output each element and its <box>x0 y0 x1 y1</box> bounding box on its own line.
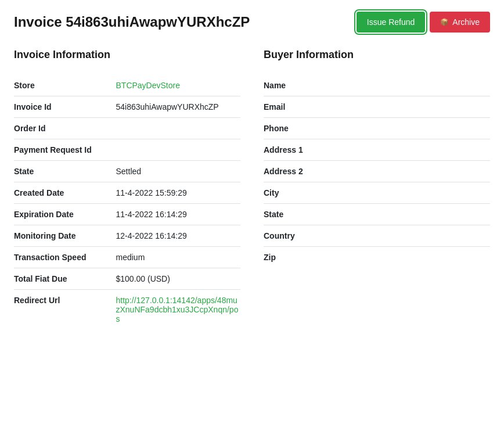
invoice-row-label: State <box>14 161 116 182</box>
buyer-row-value <box>366 225 491 247</box>
invoice-row-value: Settled <box>116 161 241 182</box>
buyer-row-value <box>366 139 491 161</box>
table-row: Zip <box>264 247 490 268</box>
invoice-row-label: Total Fiat Due <box>14 268 116 290</box>
table-row: Address 2 <box>264 161 490 182</box>
invoice-row-value <box>116 118 241 139</box>
table-row: Order Id <box>14 118 240 139</box>
table-row: Total Fiat Due$100.00 (USD) <box>14 268 240 290</box>
invoice-row-value: medium <box>116 247 241 268</box>
table-row: Redirect Urlhttp://127.0.0.1:14142/apps/… <box>14 290 240 330</box>
buyer-info-table: NameEmailPhoneAddress 1Address 2CityStat… <box>264 75 490 268</box>
invoice-row-value: 11-4-2022 15:59:29 <box>116 182 241 204</box>
invoice-row-label: Payment Request Id <box>14 139 116 161</box>
buyer-row-value <box>366 161 491 182</box>
table-row: State <box>264 204 490 225</box>
invoice-row-value: 12-4-2022 16:14:29 <box>116 225 241 247</box>
buyer-info-section: Buyer Information NameEmailPhoneAddress … <box>264 49 490 329</box>
invoice-row-label: Store <box>14 75 116 96</box>
invoice-row-label: Order Id <box>14 118 116 139</box>
table-row: Name <box>264 75 490 96</box>
buyer-info-title: Buyer Information <box>264 49 490 66</box>
buyer-row-value <box>366 96 491 118</box>
buyer-row-label: Phone <box>264 118 366 139</box>
buyer-row-label: Address 2 <box>264 161 366 182</box>
table-row: StateSettled <box>14 161 240 182</box>
buyer-row-value <box>366 204 491 225</box>
buyer-row-label: State <box>264 204 366 225</box>
content-grid: Invoice Information StoreBTCPayDevStoreI… <box>14 49 490 329</box>
buyer-row-value <box>366 75 491 96</box>
invoice-row-value: $100.00 (USD) <box>116 268 241 290</box>
table-row: Created Date11-4-2022 15:59:29 <box>14 182 240 204</box>
table-row: StoreBTCPayDevStore <box>14 75 240 96</box>
invoice-row-value: 54i863uhiAwapwYURXhcZP <box>116 96 241 118</box>
store-link[interactable]: BTCPayDevStore <box>116 81 180 90</box>
invoice-row-label: Created Date <box>14 182 116 204</box>
buyer-row-label: Address 1 <box>264 139 366 161</box>
archive-icon: 📦 <box>440 18 449 26</box>
buyer-row-value <box>366 182 491 204</box>
table-row: Address 1 <box>264 139 490 161</box>
header-buttons: Issue Refund 📦 Archive <box>357 12 490 33</box>
invoice-row-value: 11-4-2022 16:14:29 <box>116 204 241 225</box>
buyer-row-value <box>366 247 491 268</box>
invoice-info-section: Invoice Information StoreBTCPayDevStoreI… <box>14 49 240 329</box>
invoice-row-value: http://127.0.0.1:14142/apps/48muzXnuNFa9… <box>116 290 241 330</box>
invoice-row-label: Monitoring Date <box>14 225 116 247</box>
buyer-row-label: Name <box>264 75 366 96</box>
invoice-row-label: Expiration Date <box>14 204 116 225</box>
buyer-row-value <box>366 118 491 139</box>
table-row: Email <box>264 96 490 118</box>
invoice-row-value <box>116 139 241 161</box>
table-row: Payment Request Id <box>14 139 240 161</box>
archive-button[interactable]: 📦 Archive <box>430 12 490 33</box>
table-row: Transaction Speedmedium <box>14 247 240 268</box>
redirect-url-link[interactable]: http://127.0.0.1:14142/apps/48muzXnuNFa9… <box>116 296 239 323</box>
invoice-info-table: StoreBTCPayDevStoreInvoice Id54i863uhiAw… <box>14 75 240 329</box>
table-row: City <box>264 182 490 204</box>
table-row: Phone <box>264 118 490 139</box>
table-row: Expiration Date11-4-2022 16:14:29 <box>14 204 240 225</box>
page-header: Invoice 54i863uhiAwapwYURXhcZP Issue Ref… <box>14 12 490 33</box>
invoice-row-label: Redirect Url <box>14 290 116 330</box>
invoice-info-title: Invoice Information <box>14 49 240 66</box>
invoice-row-value: BTCPayDevStore <box>116 75 241 96</box>
buyer-row-label: Zip <box>264 247 366 268</box>
table-row: Invoice Id54i863uhiAwapwYURXhcZP <box>14 96 240 118</box>
issue-refund-button[interactable]: Issue Refund <box>357 12 426 33</box>
buyer-row-label: Country <box>264 225 366 247</box>
buyer-row-label: City <box>264 182 366 204</box>
invoice-row-label: Transaction Speed <box>14 247 116 268</box>
archive-label: Archive <box>452 17 480 27</box>
buyer-row-label: Email <box>264 96 366 118</box>
table-row: Country <box>264 225 490 247</box>
table-row: Monitoring Date12-4-2022 16:14:29 <box>14 225 240 247</box>
page-title: Invoice 54i863uhiAwapwYURXhcZP <box>14 14 250 30</box>
invoice-row-label: Invoice Id <box>14 96 116 118</box>
